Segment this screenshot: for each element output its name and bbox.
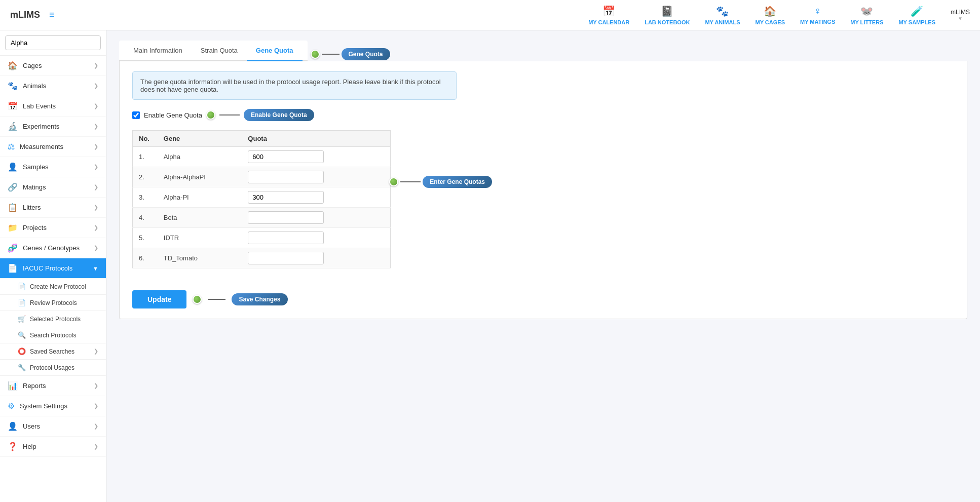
sidebar-sub-item-selected-protocols[interactable]: 🛒Selected Protocols	[0, 311, 106, 327]
enable-gene-quota-label: Enable Gene Quota	[144, 111, 202, 119]
chevron-system-settings: ❯	[94, 403, 98, 409]
sidebar-label-litters: Litters	[23, 204, 41, 211]
sidebar-item-lab-events[interactable]: 📅Lab Events❯	[0, 96, 106, 117]
user-menu[interactable]: mLIMS ▼	[951, 9, 970, 21]
cell-gene-2: Alpha-PI	[158, 187, 242, 208]
cell-no-3: 4.	[133, 208, 158, 228]
protocol-usages-icon: 🔧	[18, 364, 26, 371]
gene-quota-table: No. Gene Quota 1. Alpha 2. Alpha-AlphaPI	[132, 130, 391, 268]
nav-item-my-animals[interactable]: 🐾MY ANIMALS	[705, 5, 740, 25]
sidebar-item-litters[interactable]: 📋Litters❯	[0, 198, 106, 218]
sidebar-item-genes-genotypes[interactable]: 🧬Genes / Genotypes❯	[0, 238, 106, 258]
sidebar-sub-item-create-new-protocol[interactable]: 📄Create New Protocol	[0, 279, 106, 295]
sidebar-label-samples: Samples	[23, 163, 49, 171]
tab-gene-quota[interactable]: Gene Quota	[247, 41, 303, 61]
my-samples-icon: 🧪	[911, 5, 923, 17]
chevron-lab-events: ❯	[94, 103, 98, 109]
cell-gene-0: Alpha	[158, 147, 242, 167]
sidebar-item-cages[interactable]: 🏠Cages❯	[0, 56, 106, 76]
genes-genotypes-icon: 🧬	[8, 243, 18, 253]
sidebar-item-reports[interactable]: 📊Reports❯	[0, 376, 106, 396]
action-row: Update Save Changes	[132, 290, 954, 308]
table-row: 3. Alpha-PI	[133, 187, 391, 208]
sidebar-item-matings[interactable]: 🔗Matings❯	[0, 177, 106, 198]
quota-input-2[interactable]	[248, 191, 324, 204]
hamburger-menu[interactable]: ≡	[49, 10, 55, 20]
top-nav-items: 📅MY CALENDAR📓LAB NOTEBOOK🐾MY ANIMALS🏠MY …	[588, 5, 970, 25]
sidebar-item-experiments[interactable]: 🔬Experiments❯	[0, 117, 106, 137]
sidebar-sub-item-saved-searches[interactable]: ⭕Saved Searches❯	[0, 343, 106, 360]
sidebar-label-matings: Matings	[23, 183, 46, 191]
sidebar-item-samples[interactable]: 👤Samples❯	[0, 157, 106, 177]
cell-quota-2	[242, 187, 332, 208]
nav-item-lab-notebook[interactable]: 📓LAB NOTEBOOK	[645, 5, 690, 25]
main-content: Main InformationStrain QuotaGene Quota G…	[106, 30, 980, 502]
sidebar-item-measurements[interactable]: ⚖Measurements❯	[0, 137, 106, 157]
enable-gq-callout-bubble: Enable Gene Quota	[244, 109, 314, 121]
update-button[interactable]: Update	[132, 290, 186, 308]
save-changes-callout-dot	[193, 295, 202, 304]
sidebar-label-lab-events: Lab Events	[23, 102, 56, 110]
sidebar-item-iacuc-protocols[interactable]: 📄IACUC Protocols▼	[0, 258, 106, 279]
nav-item-my-matings[interactable]: ♀MY MATINGS	[800, 5, 835, 25]
enable-gene-quota-checkbox[interactable]	[132, 111, 140, 119]
chevron-litters: ❯	[94, 204, 98, 211]
my-matings-icon: ♀	[814, 5, 821, 17]
enter-gene-quotas-callout-bubble: Enter Gene Quotas	[423, 176, 492, 188]
nav-item-my-calendar[interactable]: 📅MY CALENDAR	[588, 5, 629, 25]
sidebar-item-users[interactable]: 👤Users❯	[0, 416, 106, 437]
callout-line	[322, 54, 340, 55]
my-animals-icon: 🐾	[716, 5, 729, 17]
sidebar-sub-item-search-protocols[interactable]: 🔍Search Protocols	[0, 327, 106, 343]
cell-quota-4	[242, 228, 332, 248]
sidebar-sub-item-review-protocols[interactable]: 📄Review Protocols	[0, 295, 106, 311]
quota-input-0[interactable]	[248, 150, 324, 163]
sidebar-label-cages: Cages	[23, 62, 42, 69]
table-row: 1. Alpha	[133, 147, 391, 167]
samples-icon: 👤	[8, 162, 18, 172]
review-protocols-icon: 📄	[18, 299, 26, 306]
sidebar-search-input[interactable]	[5, 35, 101, 50]
save-changes-callout-bubble: Save Changes	[232, 293, 287, 305]
col-header-no: No.	[133, 131, 158, 147]
sidebar-item-projects[interactable]: 📁Projects❯	[0, 218, 106, 238]
my-cages-icon: 🏠	[764, 5, 776, 17]
sub-label-review-protocols: Review Protocols	[30, 299, 77, 306]
nav-item-my-samples[interactable]: 🧪MY SAMPLES	[898, 5, 935, 25]
litters-icon: 📋	[8, 203, 18, 212]
tab-strain-quota[interactable]: Strain Quota	[192, 41, 247, 61]
cell-no-0: 1.	[133, 147, 158, 167]
quota-input-3[interactable]	[248, 211, 324, 224]
nav-item-my-litters[interactable]: 🐭MY LITTERS	[850, 5, 883, 25]
quota-input-5[interactable]	[248, 252, 324, 264]
lab-events-icon: 📅	[8, 101, 18, 111]
quota-input-4[interactable]	[248, 231, 324, 244]
sidebar-item-help[interactable]: ❓Help❯	[0, 437, 106, 457]
main-layout: 🏠Cages❯🐾Animals❯📅Lab Events❯🔬Experiments…	[0, 30, 980, 502]
sidebar-label-projects: Projects	[23, 224, 47, 231]
sub-label-protocol-usages: Protocol Usages	[30, 364, 74, 371]
cell-quota-5	[242, 248, 332, 268]
table-row: 5. IDTR	[133, 228, 391, 248]
experiments-icon: 🔬	[8, 122, 18, 131]
cell-no-5: 6.	[133, 248, 158, 268]
sidebar-label-genes-genotypes: Genes / Genotypes	[23, 244, 80, 252]
chevron-matings: ❯	[94, 184, 98, 190]
gene-quota-callout-bubble: Gene Quota	[342, 48, 390, 60]
sidebar-item-animals[interactable]: 🐾Animals❯	[0, 76, 106, 96]
reports-icon: 📊	[8, 381, 18, 391]
quota-input-1[interactable]	[248, 171, 324, 183]
nav-item-my-cages[interactable]: 🏠MY CAGES	[756, 5, 785, 25]
sidebar-label-system-settings: System Settings	[20, 402, 67, 410]
tab-main-information[interactable]: Main Information	[124, 41, 192, 61]
sub-chevron-saved-searches: ❯	[94, 348, 98, 355]
sidebar-label-help: Help	[23, 443, 36, 450]
cell-quota-3	[242, 208, 332, 228]
cell-quota-0	[242, 147, 332, 167]
sidebar-sub-item-protocol-usages[interactable]: 🔧Protocol Usages	[0, 360, 106, 376]
sidebar-item-system-settings[interactable]: ⚙System Settings❯	[0, 396, 106, 416]
sidebar: 🏠Cages❯🐾Animals❯📅Lab Events❯🔬Experiments…	[0, 30, 106, 502]
create-new-protocol-icon: 📄	[18, 283, 26, 290]
info-box: The gene quota information will be used …	[132, 71, 457, 100]
sub-label-saved-searches: Saved Searches	[30, 348, 74, 355]
